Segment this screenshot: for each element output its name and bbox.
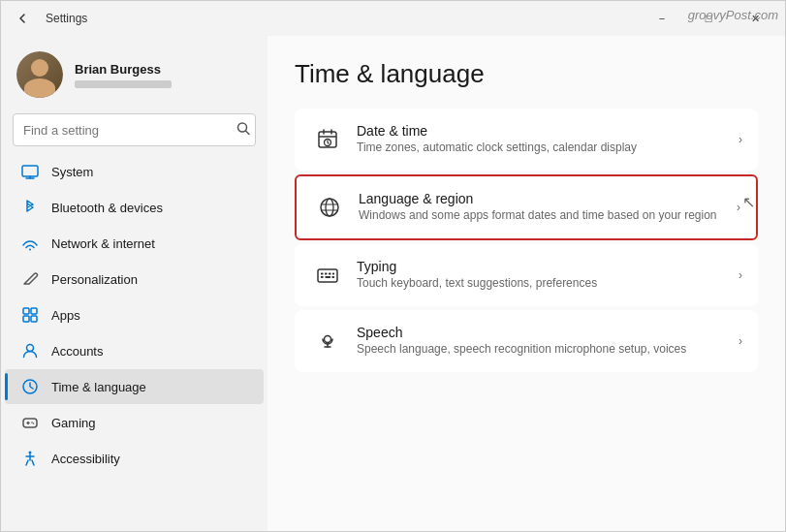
page-title: Time & language: [295, 59, 758, 89]
svg-rect-33: [326, 276, 331, 278]
sidebar-label-personalization: Personalization: [51, 272, 138, 287]
sidebar: Brian Burgess: [1, 36, 267, 531]
sidebar-nav: System Bluetooth & devices: [1, 154, 267, 476]
svg-rect-34: [332, 276, 335, 278]
time-icon: [20, 377, 40, 396]
sidebar-label-accounts: Accounts: [51, 344, 103, 359]
date-time-desc: Time zones, automatic clock settings, ca…: [357, 141, 731, 156]
search-input[interactable]: [13, 113, 256, 146]
sidebar-item-system[interactable]: System: [5, 154, 264, 189]
svg-point-24: [326, 199, 333, 216]
svg-point-10: [27, 345, 34, 352]
accounts-icon: [20, 341, 40, 360]
svg-point-17: [29, 452, 32, 454]
titlebar-left: Settings: [9, 5, 87, 32]
sidebar-item-network[interactable]: Network & internet: [5, 226, 264, 261]
sidebar-item-bluetooth[interactable]: Bluetooth & devices: [5, 190, 264, 225]
settings-window: Settings − □ ✕ groovyPost.com Brian Burg…: [0, 0, 786, 532]
svg-point-35: [325, 336, 331, 343]
sidebar-item-apps[interactable]: Apps: [5, 297, 264, 332]
typing-item[interactable]: Typing Touch keyboard, text suggestions,…: [295, 244, 758, 306]
svg-rect-2: [22, 166, 38, 176]
sidebar-label-gaming: Gaming: [51, 416, 96, 430]
language-region-chevron: › ↖: [737, 201, 740, 214]
search-box: [13, 113, 256, 146]
typing-card: Typing Touch keyboard, text suggestions,…: [295, 244, 758, 306]
svg-point-16: [33, 422, 35, 424]
speech-chevron: ›: [739, 334, 742, 348]
groovy-watermark: groovyPost.com: [688, 8, 778, 22]
speech-item[interactable]: Speech Speech language, speech recogniti…: [295, 310, 758, 372]
date-time-chevron: ›: [739, 133, 742, 146]
svg-rect-7: [31, 308, 37, 314]
svg-line-1: [246, 131, 250, 135]
system-icon: [20, 162, 40, 181]
speech-desc: Speech language, speech recognition micr…: [357, 342, 731, 358]
language-region-item[interactable]: Language & region Windows and some apps …: [297, 176, 756, 238]
user-name: Brian Burgess: [75, 62, 172, 77]
language-region-title: Language & region: [359, 191, 729, 206]
date-time-title: Date & time: [357, 123, 731, 139]
sidebar-label-system: System: [51, 165, 93, 179]
user-info: Brian Burgess: [75, 62, 172, 88]
sidebar-item-accounts[interactable]: Accounts: [5, 333, 264, 368]
svg-point-5: [29, 249, 31, 251]
svg-rect-29: [325, 273, 328, 275]
speech-title: Speech: [357, 325, 731, 340]
svg-rect-28: [321, 273, 324, 275]
language-region-desc: Windows and some apps format dates and t…: [359, 208, 729, 224]
sidebar-label-bluetooth: Bluetooth & devices: [51, 201, 163, 215]
user-email-bar: [75, 80, 172, 88]
typing-desc: Touch keyboard, text suggestions, prefer…: [357, 276, 731, 292]
avatar-image: [16, 51, 63, 98]
user-profile: Brian Burgess: [1, 44, 267, 113]
language-region-card: Language & region Windows and some apps …: [295, 174, 758, 240]
speech-card: Speech Speech language, speech recogniti…: [295, 310, 758, 372]
titlebar-nav: [9, 5, 36, 32]
svg-rect-31: [332, 273, 334, 275]
search-icon[interactable]: [236, 122, 250, 139]
gaming-icon: [20, 413, 40, 432]
svg-rect-27: [318, 269, 337, 282]
sidebar-label-network: Network & internet: [51, 236, 155, 251]
content-area: Brian Burgess: [1, 36, 785, 531]
date-time-card: Date & time Time zones, automatic clock …: [295, 109, 758, 171]
typing-chevron: ›: [739, 268, 742, 282]
sidebar-item-personalization[interactable]: Personalization: [5, 262, 264, 297]
bluetooth-icon: [20, 198, 40, 217]
date-time-icon: [310, 122, 345, 157]
svg-rect-32: [321, 276, 324, 278]
svg-rect-9: [31, 316, 37, 322]
svg-point-23: [321, 199, 338, 216]
svg-rect-30: [329, 273, 331, 275]
avatar: [16, 51, 63, 98]
svg-rect-8: [23, 316, 29, 322]
personalization-icon: [20, 269, 40, 289]
apps-icon: [20, 305, 40, 325]
minimize-button[interactable]: −: [640, 3, 684, 34]
svg-point-15: [31, 422, 33, 423]
window-title: Settings: [46, 12, 87, 25]
date-time-item[interactable]: Date & time Time zones, automatic clock …: [295, 109, 758, 171]
typing-text: Typing Touch keyboard, text suggestions,…: [357, 259, 731, 292]
sidebar-label-time: Time & language: [51, 380, 146, 394]
titlebar: Settings − □ ✕: [1, 1, 785, 36]
network-icon: [20, 234, 40, 253]
speech-icon: [310, 324, 345, 359]
language-region-text: Language & region Windows and some apps …: [359, 191, 729, 224]
sidebar-item-accessibility[interactable]: Accessibility: [5, 441, 264, 476]
speech-text: Speech Speech language, speech recogniti…: [357, 325, 731, 358]
accessibility-icon: [20, 449, 40, 468]
sidebar-label-accessibility: Accessibility: [51, 452, 120, 466]
typing-title: Typing: [357, 259, 731, 274]
svg-rect-12: [23, 419, 37, 427]
cursor-icon: ↖: [742, 193, 755, 211]
sidebar-label-apps: Apps: [51, 308, 80, 323]
date-time-text: Date & time Time zones, automatic clock …: [357, 123, 731, 156]
main-content: Time & language: [267, 36, 785, 531]
sidebar-item-time[interactable]: Time & language: [5, 369, 264, 404]
back-button[interactable]: [9, 5, 36, 32]
sidebar-item-gaming[interactable]: Gaming: [5, 405, 264, 440]
language-region-icon: [312, 190, 347, 225]
typing-icon: [310, 258, 345, 293]
